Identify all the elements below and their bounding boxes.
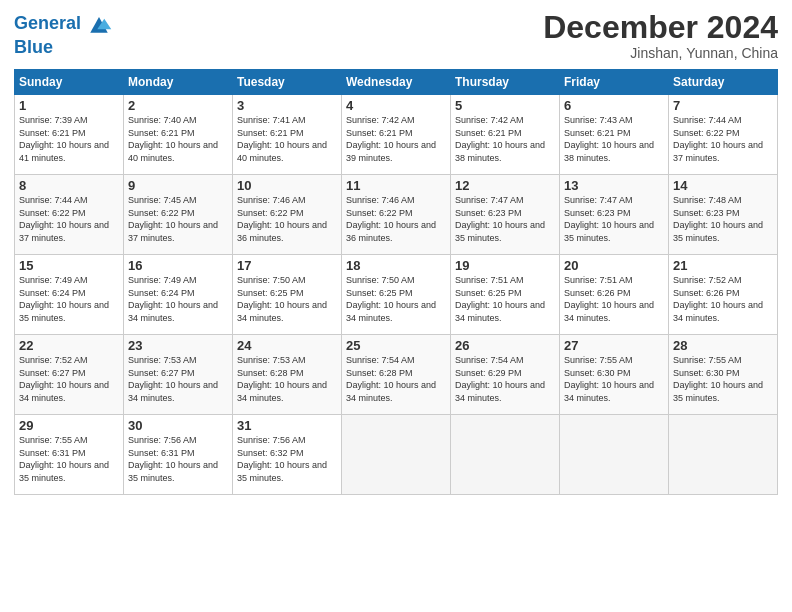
day-info: Sunrise: 7:42 AMSunset: 6:21 PMDaylight:… (455, 114, 555, 164)
header-thursday: Thursday (451, 70, 560, 95)
day-info: Sunrise: 7:43 AMSunset: 6:21 PMDaylight:… (564, 114, 664, 164)
day-cell-29: 29Sunrise: 7:55 AMSunset: 6:31 PMDayligh… (15, 415, 124, 495)
week-row-4: 22Sunrise: 7:52 AMSunset: 6:27 PMDayligh… (15, 335, 778, 415)
empty-cell (560, 415, 669, 495)
day-cell-31: 31Sunrise: 7:56 AMSunset: 6:32 PMDayligh… (233, 415, 342, 495)
day-info: Sunrise: 7:54 AMSunset: 6:29 PMDaylight:… (455, 354, 555, 404)
day-cell-30: 30Sunrise: 7:56 AMSunset: 6:31 PMDayligh… (124, 415, 233, 495)
day-number: 10 (237, 178, 337, 193)
day-info: Sunrise: 7:44 AMSunset: 6:22 PMDaylight:… (673, 114, 773, 164)
day-info: Sunrise: 7:52 AMSunset: 6:26 PMDaylight:… (673, 274, 773, 324)
day-cell-4: 4Sunrise: 7:42 AMSunset: 6:21 PMDaylight… (342, 95, 451, 175)
day-info: Sunrise: 7:46 AMSunset: 6:22 PMDaylight:… (346, 194, 446, 244)
day-number: 4 (346, 98, 446, 113)
day-cell-24: 24Sunrise: 7:53 AMSunset: 6:28 PMDayligh… (233, 335, 342, 415)
day-number: 14 (673, 178, 773, 193)
day-number: 24 (237, 338, 337, 353)
day-cell-14: 14Sunrise: 7:48 AMSunset: 6:23 PMDayligh… (669, 175, 778, 255)
day-cell-5: 5Sunrise: 7:42 AMSunset: 6:21 PMDaylight… (451, 95, 560, 175)
logo: General Blue (14, 10, 113, 58)
day-number: 29 (19, 418, 119, 433)
day-number: 23 (128, 338, 228, 353)
day-cell-15: 15Sunrise: 7:49 AMSunset: 6:24 PMDayligh… (15, 255, 124, 335)
location: Jinshan, Yunnan, China (543, 45, 778, 61)
day-cell-13: 13Sunrise: 7:47 AMSunset: 6:23 PMDayligh… (560, 175, 669, 255)
day-cell-12: 12Sunrise: 7:47 AMSunset: 6:23 PMDayligh… (451, 175, 560, 255)
day-info: Sunrise: 7:44 AMSunset: 6:22 PMDaylight:… (19, 194, 119, 244)
week-row-5: 29Sunrise: 7:55 AMSunset: 6:31 PMDayligh… (15, 415, 778, 495)
day-cell-21: 21Sunrise: 7:52 AMSunset: 6:26 PMDayligh… (669, 255, 778, 335)
day-info: Sunrise: 7:49 AMSunset: 6:24 PMDaylight:… (128, 274, 228, 324)
day-number: 30 (128, 418, 228, 433)
day-info: Sunrise: 7:53 AMSunset: 6:28 PMDaylight:… (237, 354, 337, 404)
day-cell-7: 7Sunrise: 7:44 AMSunset: 6:22 PMDaylight… (669, 95, 778, 175)
day-number: 28 (673, 338, 773, 353)
header-monday: Monday (124, 70, 233, 95)
day-cell-17: 17Sunrise: 7:50 AMSunset: 6:25 PMDayligh… (233, 255, 342, 335)
day-cell-19: 19Sunrise: 7:51 AMSunset: 6:25 PMDayligh… (451, 255, 560, 335)
day-number: 21 (673, 258, 773, 273)
day-cell-26: 26Sunrise: 7:54 AMSunset: 6:29 PMDayligh… (451, 335, 560, 415)
logo-blue-text: Blue (14, 38, 113, 58)
day-number: 20 (564, 258, 664, 273)
day-number: 13 (564, 178, 664, 193)
month-title: December 2024 (543, 10, 778, 45)
day-number: 5 (455, 98, 555, 113)
header-saturday: Saturday (669, 70, 778, 95)
day-info: Sunrise: 7:55 AMSunset: 6:31 PMDaylight:… (19, 434, 119, 484)
day-info: Sunrise: 7:56 AMSunset: 6:31 PMDaylight:… (128, 434, 228, 484)
empty-cell (342, 415, 451, 495)
empty-cell (669, 415, 778, 495)
day-cell-25: 25Sunrise: 7:54 AMSunset: 6:28 PMDayligh… (342, 335, 451, 415)
header-sunday: Sunday (15, 70, 124, 95)
day-info: Sunrise: 7:50 AMSunset: 6:25 PMDaylight:… (237, 274, 337, 324)
day-cell-8: 8Sunrise: 7:44 AMSunset: 6:22 PMDaylight… (15, 175, 124, 255)
day-info: Sunrise: 7:40 AMSunset: 6:21 PMDaylight:… (128, 114, 228, 164)
day-info: Sunrise: 7:54 AMSunset: 6:28 PMDaylight:… (346, 354, 446, 404)
logo-icon (85, 10, 113, 38)
header: General Blue December 2024 Jinshan, Yunn… (14, 10, 778, 61)
day-number: 26 (455, 338, 555, 353)
day-info: Sunrise: 7:46 AMSunset: 6:22 PMDaylight:… (237, 194, 337, 244)
day-info: Sunrise: 7:55 AMSunset: 6:30 PMDaylight:… (564, 354, 664, 404)
day-number: 2 (128, 98, 228, 113)
day-number: 11 (346, 178, 446, 193)
day-number: 18 (346, 258, 446, 273)
day-cell-28: 28Sunrise: 7:55 AMSunset: 6:30 PMDayligh… (669, 335, 778, 415)
day-cell-11: 11Sunrise: 7:46 AMSunset: 6:22 PMDayligh… (342, 175, 451, 255)
day-cell-18: 18Sunrise: 7:50 AMSunset: 6:25 PMDayligh… (342, 255, 451, 335)
week-row-2: 8Sunrise: 7:44 AMSunset: 6:22 PMDaylight… (15, 175, 778, 255)
day-number: 6 (564, 98, 664, 113)
day-cell-1: 1Sunrise: 7:39 AMSunset: 6:21 PMDaylight… (15, 95, 124, 175)
day-cell-6: 6Sunrise: 7:43 AMSunset: 6:21 PMDaylight… (560, 95, 669, 175)
week-row-3: 15Sunrise: 7:49 AMSunset: 6:24 PMDayligh… (15, 255, 778, 335)
title-block: December 2024 Jinshan, Yunnan, China (543, 10, 778, 61)
day-info: Sunrise: 7:52 AMSunset: 6:27 PMDaylight:… (19, 354, 119, 404)
day-number: 15 (19, 258, 119, 273)
day-info: Sunrise: 7:55 AMSunset: 6:30 PMDaylight:… (673, 354, 773, 404)
day-cell-16: 16Sunrise: 7:49 AMSunset: 6:24 PMDayligh… (124, 255, 233, 335)
day-number: 12 (455, 178, 555, 193)
day-info: Sunrise: 7:39 AMSunset: 6:21 PMDaylight:… (19, 114, 119, 164)
day-number: 9 (128, 178, 228, 193)
day-cell-9: 9Sunrise: 7:45 AMSunset: 6:22 PMDaylight… (124, 175, 233, 255)
day-number: 3 (237, 98, 337, 113)
day-number: 17 (237, 258, 337, 273)
day-cell-3: 3Sunrise: 7:41 AMSunset: 6:21 PMDaylight… (233, 95, 342, 175)
day-info: Sunrise: 7:53 AMSunset: 6:27 PMDaylight:… (128, 354, 228, 404)
day-number: 25 (346, 338, 446, 353)
day-info: Sunrise: 7:49 AMSunset: 6:24 PMDaylight:… (19, 274, 119, 324)
day-number: 22 (19, 338, 119, 353)
week-row-1: 1Sunrise: 7:39 AMSunset: 6:21 PMDaylight… (15, 95, 778, 175)
day-info: Sunrise: 7:41 AMSunset: 6:21 PMDaylight:… (237, 114, 337, 164)
day-number: 27 (564, 338, 664, 353)
day-number: 7 (673, 98, 773, 113)
day-cell-10: 10Sunrise: 7:46 AMSunset: 6:22 PMDayligh… (233, 175, 342, 255)
page-container: General Blue December 2024 Jinshan, Yunn… (0, 0, 792, 505)
day-number: 19 (455, 258, 555, 273)
day-info: Sunrise: 7:56 AMSunset: 6:32 PMDaylight:… (237, 434, 337, 484)
day-info: Sunrise: 7:45 AMSunset: 6:22 PMDaylight:… (128, 194, 228, 244)
day-cell-20: 20Sunrise: 7:51 AMSunset: 6:26 PMDayligh… (560, 255, 669, 335)
day-number: 16 (128, 258, 228, 273)
header-wednesday: Wednesday (342, 70, 451, 95)
